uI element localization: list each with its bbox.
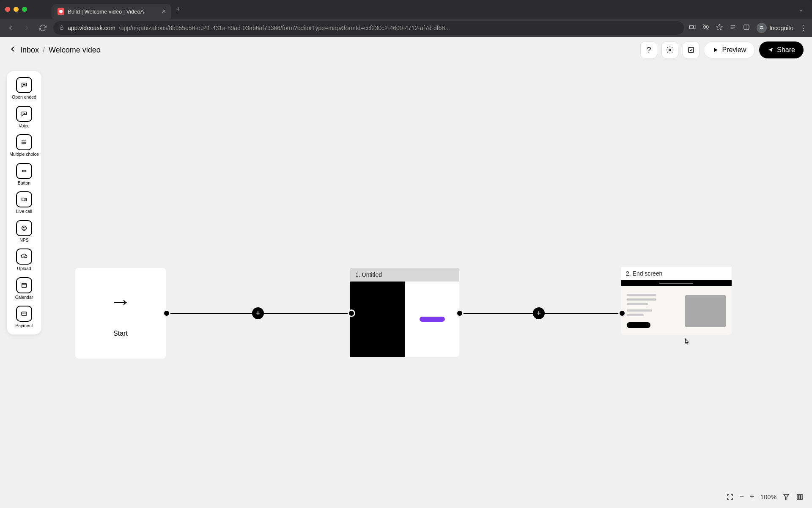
zoom-controls: − + 100% <box>726 492 804 501</box>
cursor-pointer-icon <box>683 338 691 348</box>
add-step-button[interactable]: + <box>252 307 264 319</box>
end-text-placeholder <box>627 294 679 328</box>
browser-tab[interactable]: Build | Welcome video | VideoA × <box>52 4 171 19</box>
side-panel-icon[interactable] <box>743 24 750 32</box>
svg-point-0 <box>59 10 63 13</box>
back-button[interactable] <box>5 22 16 33</box>
svg-rect-34 <box>797 494 798 500</box>
forward-button[interactable] <box>21 22 32 33</box>
svg-rect-36 <box>801 494 802 500</box>
end-preview <box>621 286 732 335</box>
end-screen-node[interactable]: 2. End screen <box>621 267 732 335</box>
arrow-right-icon: → <box>110 289 131 314</box>
menu-icon[interactable]: ⋮ <box>800 24 807 32</box>
button-preview <box>420 317 445 322</box>
new-tab-button[interactable]: + <box>176 5 181 14</box>
window-controls <box>5 7 27 12</box>
browser-tab-bar: Build | Welcome video | VideoA × + ⌄ <box>0 0 812 19</box>
step-title: 2. End screen <box>621 267 732 280</box>
url-path: /app/organizations/8b955e56-e941-431a-89… <box>119 25 450 31</box>
start-label: Start <box>113 330 128 337</box>
reading-list-icon[interactable] <box>730 24 736 32</box>
svg-point-10 <box>760 28 762 29</box>
output-port[interactable] <box>456 309 464 317</box>
browser-toolbar: app.videoask.com/app/organizations/8b955… <box>0 19 812 37</box>
incognito-label: Incognito <box>769 25 793 31</box>
flow-canvas[interactable]: + + → Start 1. Untitled 2. End screen <box>0 37 812 508</box>
eye-off-icon[interactable] <box>702 24 709 32</box>
tab-strip: Build | Welcome video | VideoA × + <box>52 0 181 19</box>
step-node-1[interactable]: 1. Untitled <box>350 268 459 357</box>
video-thumbnail <box>350 282 405 357</box>
step-preview <box>350 282 459 357</box>
svg-point-11 <box>762 28 764 29</box>
add-step-button[interactable]: + <box>533 307 545 319</box>
step-title: 1. Untitled <box>350 268 459 282</box>
svg-rect-1 <box>60 27 63 29</box>
incognito-icon <box>757 23 767 33</box>
zoom-out-button[interactable]: − <box>740 492 744 501</box>
zoom-level: 100% <box>760 493 776 500</box>
end-image-placeholder <box>685 295 726 327</box>
close-window-button[interactable] <box>5 7 10 12</box>
incognito-indicator[interactable]: Incognito <box>757 23 793 33</box>
address-bar[interactable]: app.videoask.com/app/organizations/8b955… <box>53 21 684 35</box>
reload-button[interactable] <box>37 22 48 33</box>
input-port[interactable] <box>348 309 355 317</box>
start-node[interactable]: → Start <box>75 268 166 359</box>
tab-list-dropdown[interactable]: ⌄ <box>795 6 807 13</box>
end-topbar <box>621 280 732 286</box>
answer-preview <box>405 282 459 357</box>
url-domain: app.videoask.com <box>68 25 115 31</box>
svg-rect-35 <box>799 494 801 500</box>
layout-button[interactable] <box>796 493 804 501</box>
tab-title: Build | Welcome video | VideoA <box>68 8 144 15</box>
input-port[interactable] <box>618 309 626 317</box>
filter-button[interactable] <box>782 493 790 501</box>
cta-preview <box>627 322 650 328</box>
minimize-window-button[interactable] <box>14 7 19 12</box>
maximize-window-button[interactable] <box>22 7 27 12</box>
favicon <box>58 8 64 15</box>
svg-rect-2 <box>690 25 694 29</box>
app-viewport: Inbox / Welcome video ? Preview Share <box>0 37 812 508</box>
svg-rect-8 <box>744 25 749 30</box>
camera-icon[interactable] <box>689 24 696 32</box>
lock-icon <box>59 25 64 31</box>
close-tab-button[interactable]: × <box>162 8 166 15</box>
output-port[interactable] <box>163 309 170 317</box>
fit-view-button[interactable] <box>726 493 734 501</box>
zoom-in-button[interactable]: + <box>750 492 754 501</box>
bookmark-star-icon[interactable] <box>716 24 723 32</box>
toolbar-actions: Incognito ⋮ <box>689 23 807 33</box>
